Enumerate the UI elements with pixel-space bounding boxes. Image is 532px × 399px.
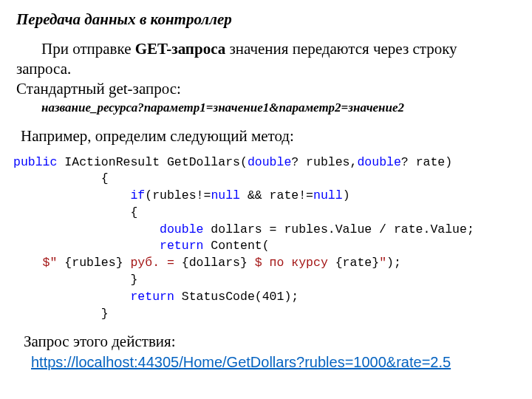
document-page: Передача данных в контроллер При отправк… (0, 0, 532, 381)
code-text: { (13, 205, 137, 219)
code-text: {dollars} (182, 256, 248, 270)
paragraph-2: Стандартный get-запрос: (16, 79, 516, 99)
code-text: { (13, 171, 109, 185)
code-text (13, 239, 160, 253)
code-text: ) (343, 188, 350, 202)
code-text: } (13, 273, 137, 287)
code-text: Content( (203, 239, 269, 253)
kw-return: return (130, 290, 174, 304)
code-text: {rate} (335, 256, 379, 270)
code-block: public IActionResult GetDollars(double? … (13, 154, 516, 323)
paragraph-1: При отправке GET-запроса значения переда… (16, 39, 516, 79)
str-text: руб. = (123, 256, 182, 270)
p1-text-a: При отправке (41, 40, 135, 58)
code-text (13, 222, 160, 236)
code-text: {rubles} (64, 256, 123, 270)
str-open: $" (43, 256, 65, 270)
kw-double: double (357, 155, 400, 169)
kw-return: return (160, 239, 203, 253)
p1-bold: GET-запроса (135, 40, 225, 58)
str-text: $ по курсу (248, 256, 335, 270)
code-text: dollars = rubles.Value / rate.Value; (203, 222, 474, 236)
kw-if: if (130, 188, 145, 202)
code-text: IActionResult GetDollars( (57, 155, 247, 169)
code-text (13, 256, 43, 270)
code-text: ? rate) (401, 155, 452, 169)
example-intro: Например, определим следующий метод: (21, 127, 516, 146)
code-text (13, 290, 130, 304)
kw-public: public (13, 155, 57, 169)
code-text: && rate!= (240, 188, 313, 202)
kw-null: null (313, 188, 343, 202)
str-close: " (379, 256, 386, 270)
request-link[interactable]: https://localhost:44305/Home/GetDollars?… (31, 354, 451, 370)
code-text: ); (386, 256, 401, 270)
code-text (13, 188, 130, 202)
page-title: Передача данных в контроллер (16, 10, 516, 29)
kw-double: double (160, 222, 203, 236)
code-text: ? rubles, (291, 155, 357, 169)
kw-double: double (248, 155, 291, 169)
url-pattern: название_ресурса?параметр1=значение1&пар… (41, 100, 516, 115)
code-text: StatusCode(401); (174, 290, 299, 304)
code-text: } (13, 307, 109, 321)
kw-null: null (211, 188, 240, 202)
code-text: (rubles!= (145, 188, 211, 202)
request-intro: Запрос этого действия: (24, 332, 516, 351)
